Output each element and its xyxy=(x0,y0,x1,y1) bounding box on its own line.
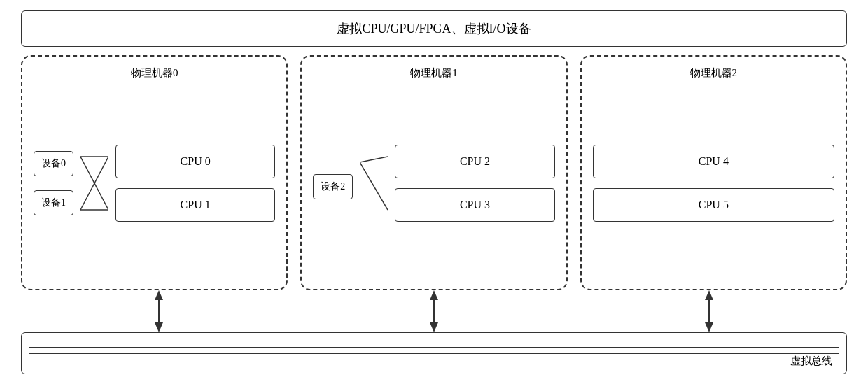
diagram: 虚拟CPU/GPU/FPGA、虚拟I/O设备 物理机器0 设备0 设备1 xyxy=(21,10,847,374)
cpu-box-0-1: CPU 1 xyxy=(115,188,275,222)
arrow-svg-1 xyxy=(427,290,441,332)
svg-marker-8 xyxy=(155,322,163,332)
svg-marker-12 xyxy=(705,290,713,300)
svg-line-1 xyxy=(80,157,108,210)
svg-line-5 xyxy=(360,162,388,210)
svg-marker-6 xyxy=(155,290,163,300)
device-box-0-1: 设备1 xyxy=(34,190,74,215)
machine-content-1: 设备2 CPU 2 CPU 3 xyxy=(313,88,554,279)
cpus-col-0: CPU 0 CPU 1 xyxy=(115,145,275,222)
machine-box-1: 物理机器1 设备2 CPU 2 CPU 3 xyxy=(300,55,567,290)
cpu-box-0-0: CPU 0 xyxy=(115,145,275,178)
bus-label: 虚拟总线 xyxy=(790,355,832,368)
machine-box-2: 物理机器2 CPU 4 CPU 5 xyxy=(580,55,847,290)
machines-row: 物理机器0 设备0 设备1 CPU 0 xyxy=(21,55,847,290)
virtual-bus-box: 虚拟总线 xyxy=(21,332,847,374)
cpus-col-2: CPU 4 CPU 5 xyxy=(593,145,834,222)
devices-col-0: 设备0 设备1 xyxy=(34,151,74,215)
arrows-row xyxy=(21,290,847,332)
machine-content-2: CPU 4 CPU 5 xyxy=(593,88,834,279)
cpu-box-2-0: CPU 4 xyxy=(593,145,834,178)
device-box-0-0: 设备0 xyxy=(34,151,74,176)
virtual-layer-box: 虚拟CPU/GPU/FPGA、虚拟I/O设备 xyxy=(21,10,847,47)
machine-label-0: 物理机器0 xyxy=(34,66,275,80)
arrow-segment-0 xyxy=(21,290,296,332)
cpu-box-1-1: CPU 3 xyxy=(395,188,554,222)
svg-marker-11 xyxy=(430,322,438,332)
svg-rect-13 xyxy=(708,300,710,322)
svg-marker-14 xyxy=(705,322,713,332)
cpu-box-1-0: CPU 2 xyxy=(395,145,554,178)
arrow-segment-1 xyxy=(296,290,571,332)
svg-rect-7 xyxy=(158,300,160,322)
machine-label-2: 物理机器2 xyxy=(593,66,834,80)
svg-line-2 xyxy=(80,157,108,210)
svg-marker-9 xyxy=(430,290,438,300)
virtual-layer-label: 虚拟CPU/GPU/FPGA、虚拟I/O设备 xyxy=(337,20,531,37)
arrow-svg-0 xyxy=(152,290,166,332)
cpus-col-1: CPU 2 CPU 3 xyxy=(395,145,554,222)
machine-label-1: 物理机器1 xyxy=(313,66,554,80)
devices-col-1: 设备2 xyxy=(313,167,353,199)
connection-lines-1 xyxy=(360,141,388,225)
arrow-svg-2 xyxy=(702,290,716,332)
svg-rect-10 xyxy=(433,300,435,322)
device-box-1-0: 设备2 xyxy=(313,174,353,199)
cpu-box-2-1: CPU 5 xyxy=(593,188,834,222)
machine-box-0: 物理机器0 设备0 设备1 CPU 0 xyxy=(21,55,288,290)
arrow-segment-2 xyxy=(572,290,847,332)
machine-content-0: 设备0 设备1 CPU 0 CPU 1 xyxy=(34,88,275,279)
connection-lines-0 xyxy=(80,141,108,225)
svg-line-4 xyxy=(360,157,388,162)
